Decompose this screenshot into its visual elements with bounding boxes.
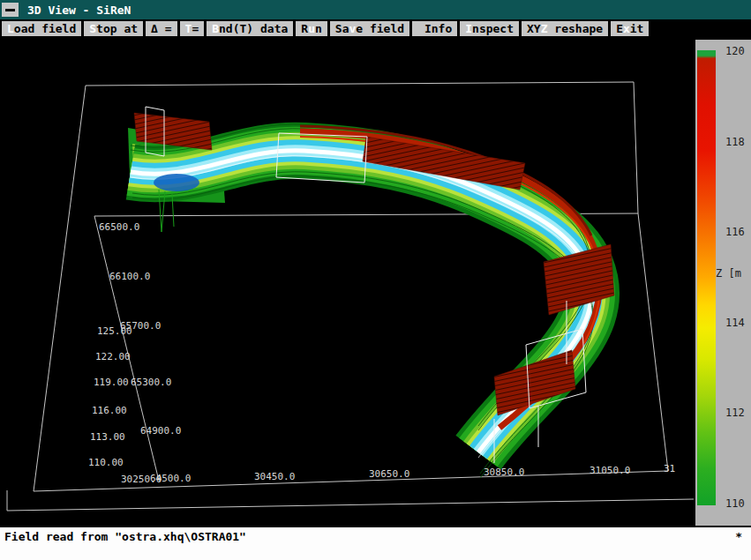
axis-label-z: 125.00 (97, 325, 132, 337)
axis-label-northing: 66500.0 (99, 221, 139, 233)
menu-label: Info (424, 22, 452, 35)
colorbar-panel: 120 118 116 114 112 110 Z [m (695, 40, 751, 526)
hotkey-letter: x (623, 22, 630, 35)
colorbar-tick: 118 (725, 136, 750, 147)
menu-button-load-field[interactable]: Load field (2, 21, 81, 36)
axis-label-easting: 30450.0 (254, 471, 295, 482)
menu-label: E (616, 22, 623, 35)
hotkey-letter: u (308, 22, 315, 35)
axis-label-easting: 31050.0 (590, 465, 630, 476)
hotkey-letter: B (212, 22, 219, 35)
axis-label-easting: 31 (664, 463, 675, 474)
menu-label: n (315, 22, 322, 35)
axis-label-z: 116.00 (92, 405, 127, 416)
colorbar-title: Z [m (716, 267, 741, 280)
menu-label: Sa (335, 22, 349, 35)
hotkey-letter: Z (541, 22, 548, 35)
menu-label: nspect (472, 22, 514, 35)
menu-button-run[interactable]: Run (296, 21, 327, 36)
menu-button-info[interactable]: Info (412, 21, 457, 36)
hotkey-letter: I (465, 22, 472, 35)
status-indicator: * (735, 530, 742, 543)
colorbar-tick: 120 (725, 45, 750, 56)
axis-label-z: 110.00 (88, 457, 124, 468)
menu-button-inspect[interactable]: Inspect (460, 21, 519, 36)
menu-label: e field (356, 22, 404, 35)
axis-label-easting: 30650.0 (369, 468, 409, 480)
menu-label: Δ = (151, 22, 171, 35)
axis-label-easting: 30850.0 (484, 467, 524, 478)
menu-label: XY (527, 22, 541, 35)
hotkey-letter: L (7, 22, 14, 35)
window-menu-button[interactable] (2, 3, 19, 17)
status-bar: Field read from "ostra.xhq\OSTRA01" * (0, 526, 751, 560)
axis-label-z: 113.00 (90, 431, 125, 443)
menu-button-stop-at[interactable]: Stop at (84, 21, 143, 36)
menu-button-t-equals[interactable]: T= (180, 21, 205, 36)
menu-button-xyz-reshape[interactable]: XYZ reshape (522, 21, 608, 36)
axis-label-northing: 65300.0 (131, 377, 171, 388)
menu-label: reshape (548, 22, 604, 35)
menu-button-exit[interactable]: Exit (611, 21, 649, 36)
3d-viewport[interactable]: 66500.0 66100.0 65700.0 65300.0 64900.0 … (0, 40, 695, 526)
menu-button-save-field[interactable]: Save field (330, 21, 409, 36)
colorbar-gradient (697, 50, 716, 505)
menu-button-delta[interactable]: Δ = (146, 21, 176, 36)
window-title: 3D View - SiReN (27, 4, 131, 17)
minimize-icon (5, 9, 15, 11)
menu-label (417, 22, 424, 35)
menu-label: R (301, 22, 308, 35)
axis-label-easting: 30250.0 (121, 474, 161, 485)
menu-button-bnd-t-data[interactable]: Bnd(T) data (207, 21, 293, 36)
axis-label-z: 119.00 (94, 377, 129, 388)
menu-bar: Load field Stop at Δ = T= Bnd(T) data Ru… (0, 19, 751, 40)
terrain-surface (128, 124, 600, 478)
hotkey-letter: S (89, 22, 96, 35)
colorbar-tick: 110 (725, 497, 750, 509)
title-bar[interactable]: 3D View - SiReN (0, 0, 751, 19)
menu-label: = (192, 22, 199, 35)
status-message: Field read from "ostra.xhq\OSTRA01" (4, 530, 246, 543)
colorbar-tick: 112 (725, 407, 750, 418)
colorbar-tick: 114 (725, 317, 750, 328)
menu-label: oad field (14, 22, 76, 35)
menu-label: it (630, 22, 644, 35)
app-window: 3D View - SiReN Load field Stop at Δ = T… (0, 0, 751, 560)
menu-label: top at (96, 22, 138, 35)
axis-label-northing: 64900.0 (140, 425, 181, 437)
axis-label-z: 122.00 (95, 351, 131, 362)
colorbar-tick: 116 (725, 226, 750, 237)
menu-label: nd(T) data (219, 22, 288, 35)
axis-label-northing: 66100.0 (109, 271, 150, 282)
